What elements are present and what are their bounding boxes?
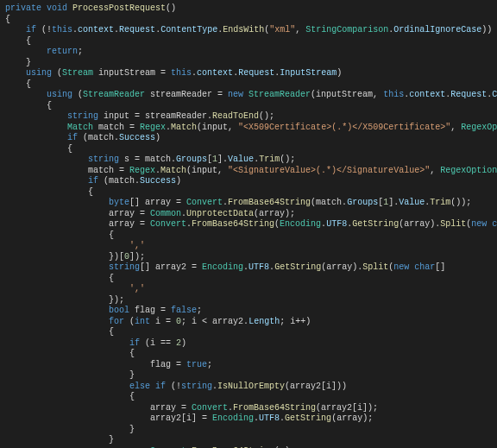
token-method: GetString bbox=[285, 413, 331, 423]
token-pn: ) bbox=[176, 176, 181, 186]
token-kw: if bbox=[88, 176, 104, 186]
code-line: else if (!string.IsNullOrEmpty(array2[i]… bbox=[5, 382, 497, 393]
token-pn bbox=[5, 338, 129, 348]
token-kw: string bbox=[109, 262, 140, 272]
token-pn: } bbox=[5, 58, 31, 67]
token-kw: byte bbox=[109, 198, 129, 207]
token-pn: [] array2 = bbox=[140, 262, 202, 272]
token-type: RegexOptions bbox=[461, 123, 497, 132]
code-line: { bbox=[5, 187, 497, 199]
token-pn: { bbox=[5, 274, 114, 283]
token-pn: array = bbox=[5, 403, 192, 413]
token-pn: { bbox=[5, 230, 114, 240]
token-method: Match bbox=[171, 123, 197, 132]
code-line: } bbox=[5, 435, 497, 446]
token-kw: false bbox=[171, 306, 197, 315]
token-method: ReadToEnd bbox=[212, 111, 259, 121]
code-line: private void ProcessPostRequest() bbox=[5, 3, 497, 15]
code-line: ',' bbox=[5, 241, 497, 252]
token-prop: ContentEncoding bbox=[492, 90, 497, 99]
token-pn: (input, bbox=[197, 123, 238, 132]
token-method: GetString bbox=[352, 219, 399, 229]
token-prop: Value bbox=[228, 155, 254, 164]
token-pn bbox=[5, 90, 47, 99]
token-prop: Groups bbox=[176, 155, 207, 164]
code-line: ',' bbox=[5, 284, 497, 295]
token-kw: using bbox=[47, 90, 78, 99]
token-pn: streamReader = bbox=[150, 90, 228, 99]
token-pn: match = bbox=[5, 166, 129, 175]
token-method: ProcessPostRequest bbox=[72, 3, 166, 13]
token-pn: flag = bbox=[5, 360, 186, 369]
token-prop: Groups bbox=[347, 198, 378, 207]
code-line: } bbox=[5, 425, 497, 436]
token-method: EndsWith bbox=[223, 25, 264, 35]
token-kw: using bbox=[26, 68, 57, 78]
token-kw: private void bbox=[5, 3, 72, 13]
token-prop: Request bbox=[119, 25, 155, 35]
token-pn: ]. bbox=[217, 155, 228, 164]
code-line: for (int i = 0; i < array2.Length; i++) bbox=[5, 317, 497, 328]
token-prop: Success bbox=[140, 176, 176, 186]
token-type: Match bbox=[67, 123, 98, 132]
token-method: Split bbox=[362, 262, 388, 272]
token-pn: ) bbox=[337, 68, 342, 78]
code-line: { bbox=[5, 392, 497, 403]
token-pn: { bbox=[5, 101, 52, 110]
token-pn: } bbox=[5, 435, 114, 445]
token-type: Regex bbox=[129, 166, 155, 175]
token-kw: new char bbox=[393, 262, 435, 272]
token-type: Regex bbox=[140, 123, 166, 132]
token-pn bbox=[5, 133, 67, 142]
token-kw: if bbox=[129, 338, 145, 348]
token-pn: { bbox=[5, 349, 135, 358]
code-line: using (Stream inputStream = this.context… bbox=[5, 68, 497, 79]
token-kw: for bbox=[109, 317, 129, 326]
token-prop: UTF8 bbox=[326, 219, 347, 229]
token-pn bbox=[5, 382, 129, 391]
code-line: string s = match.Groups[1].Value.Trim(); bbox=[5, 155, 497, 166]
token-pn: array = bbox=[5, 219, 150, 229]
token-pn bbox=[5, 241, 129, 250]
token-type: Encoding bbox=[202, 262, 243, 272]
code-line: { bbox=[5, 101, 497, 112]
token-pn: (! bbox=[41, 25, 52, 35]
token-type: StreamReader bbox=[248, 90, 311, 99]
code-line: { bbox=[5, 144, 497, 155]
token-prop: ContentType bbox=[160, 25, 217, 35]
code-line: { bbox=[5, 15, 497, 26]
token-pn bbox=[5, 47, 47, 56]
token-kw: this bbox=[383, 90, 404, 99]
token-prop: Request bbox=[238, 68, 274, 78]
code-line: Match match = Regex.Match(input, "<X509C… bbox=[5, 123, 497, 134]
token-kw: this bbox=[52, 25, 72, 35]
code-line: } bbox=[5, 370, 497, 382]
token-pn: (i == bbox=[145, 338, 176, 348]
token-type: Stream bbox=[62, 68, 98, 78]
token-pn: () bbox=[166, 3, 176, 13]
token-pn: ; bbox=[197, 306, 202, 315]
token-kw: string bbox=[88, 155, 124, 164]
token-kw: int bbox=[135, 317, 155, 326]
token-pn: ) bbox=[155, 133, 160, 142]
token-pn: [] array = bbox=[129, 198, 186, 207]
token-kw: new bbox=[228, 90, 248, 99]
code-line: return; bbox=[5, 47, 497, 58]
token-prop: context bbox=[78, 25, 114, 35]
token-type: Convert bbox=[192, 403, 228, 413]
code-line: array = Common.UnprotectData(array); bbox=[5, 209, 497, 220]
code-line: })[0]); bbox=[5, 252, 497, 263]
token-pn bbox=[5, 123, 67, 132]
code-line: { bbox=[5, 349, 497, 360]
code-block: private void ProcessPostRequest(){ if (!… bbox=[0, 0, 497, 448]
token-pn: ; i++) bbox=[280, 317, 311, 326]
token-prop: Request bbox=[450, 90, 487, 99]
token-pn: flag = bbox=[135, 306, 171, 315]
token-pn bbox=[5, 198, 109, 207]
token-pn: (match. bbox=[311, 198, 347, 207]
token-type: Convert bbox=[150, 219, 186, 229]
token-pn: inputStream = bbox=[98, 68, 171, 78]
code-line: string input = streamReader.ReadToEnd(); bbox=[5, 111, 497, 123]
token-prop: UTF8 bbox=[259, 413, 280, 423]
token-pn: (! bbox=[171, 382, 181, 391]
